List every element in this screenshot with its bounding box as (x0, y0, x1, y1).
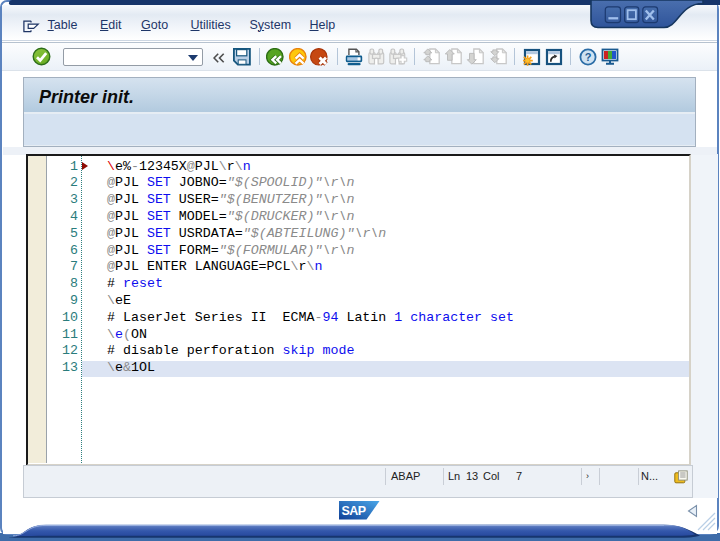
svg-text:SAP: SAP (342, 504, 366, 518)
svg-text:?: ? (585, 51, 592, 63)
